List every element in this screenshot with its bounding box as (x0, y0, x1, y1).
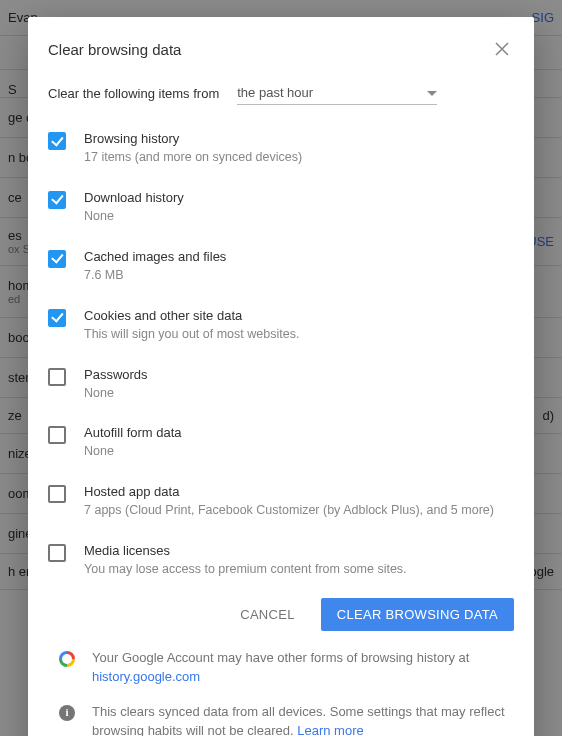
google-logo-icon (58, 650, 76, 668)
info-icon: i (58, 704, 76, 722)
item-download-history: Download history None (48, 180, 514, 239)
item-title: Cached images and files (84, 249, 514, 264)
synced-data-note: i This clears synced data from all devic… (28, 691, 534, 736)
item-autofill: Autofill form data None (48, 415, 514, 474)
clear-browsing-data-dialog: Clear browsing data Clear the following … (28, 17, 534, 736)
checkbox-cookies[interactable] (48, 309, 66, 327)
item-hosted-app-data: Hosted app data 7 apps (Cloud Print, Fac… (48, 474, 514, 533)
item-title: Download history (84, 190, 514, 205)
item-sub: 7 apps (Cloud Print, Facebook Customizer… (84, 502, 514, 519)
dialog-title: Clear browsing data (48, 41, 181, 58)
item-media-licenses: Media licenses You may lose access to pr… (48, 533, 514, 592)
item-title: Passwords (84, 367, 514, 382)
item-title: Hosted app data (84, 484, 514, 499)
checkbox-download-history[interactable] (48, 191, 66, 209)
close-button[interactable] (490, 37, 514, 61)
time-range-label: Clear the following items from (48, 86, 219, 101)
item-sub: This will sign you out of most websites. (84, 326, 514, 343)
item-passwords: Passwords None (48, 357, 514, 416)
checkbox-passwords[interactable] (48, 368, 66, 386)
item-title: Browsing history (84, 131, 514, 146)
checkbox-autofill[interactable] (48, 426, 66, 444)
chevron-down-icon (427, 85, 437, 100)
item-title: Autofill form data (84, 425, 514, 440)
item-sub: None (84, 443, 514, 460)
item-cached-images: Cached images and files 7.6 MB (48, 239, 514, 298)
item-sub: 17 items (and more on synced devices) (84, 149, 514, 166)
checkbox-cached-images[interactable] (48, 250, 66, 268)
checkbox-hosted-app-data[interactable] (48, 485, 66, 503)
learn-more-link[interactable]: Learn more (297, 723, 363, 736)
checkbox-media-licenses[interactable] (48, 544, 66, 562)
time-range-value: the past hour (237, 85, 313, 100)
close-icon (495, 42, 509, 56)
item-title: Cookies and other site data (84, 308, 514, 323)
item-sub: 7.6 MB (84, 267, 514, 284)
clear-data-checklist: Browsing history 17 items (and more on s… (28, 121, 534, 592)
history-google-link[interactable]: history.google.com (92, 669, 200, 684)
clear-browsing-data-button[interactable]: CLEAR BROWSING DATA (321, 598, 514, 631)
item-title: Media licenses (84, 543, 514, 558)
item-sub: You may lose access to premium content f… (84, 561, 514, 578)
item-cookies: Cookies and other site data This will si… (48, 298, 514, 357)
item-sub: None (84, 385, 514, 402)
item-sub: None (84, 208, 514, 225)
item-browsing-history: Browsing history 17 items (and more on s… (48, 121, 514, 180)
google-account-history-note: Your Google Account may have other forms… (28, 637, 534, 691)
cancel-button[interactable]: CANCEL (224, 598, 311, 631)
checkbox-browsing-history[interactable] (48, 132, 66, 150)
time-range-select[interactable]: the past hour (237, 81, 437, 105)
